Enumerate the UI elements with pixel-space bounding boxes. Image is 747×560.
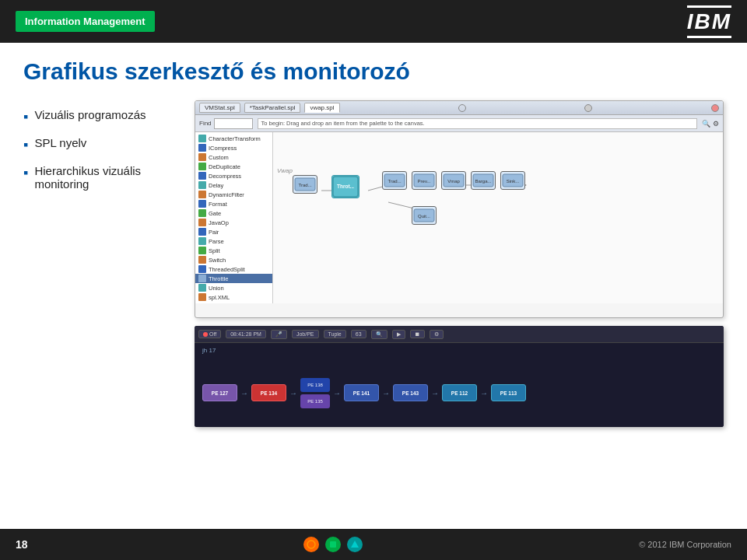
monitor-node-2[interactable]: PE 134 [251, 384, 286, 401]
footer-copyright: © 2012 IBM Corporation [639, 540, 731, 549]
monitor-off-label: Off [209, 331, 216, 337]
ide-body: CharacterTransform ICompress Custom [195, 132, 723, 303]
flow-node-vmap[interactable]: Vmap [441, 171, 466, 190]
monitor-jobpe-btn[interactable]: Job/PE [292, 330, 319, 338]
ide-tab-3[interactable]: vwap.spl [304, 103, 339, 113]
palette-item-format[interactable]: Format [195, 199, 272, 208]
monitor-node-5-label: PE 143 [402, 390, 419, 396]
ide-canvas[interactable]: Vwap Trad... Throt... [273, 132, 723, 303]
right-panel: VMStat.spl *TaskParallel.spl vwap.spl Fi… [195, 100, 724, 435]
node-box-trad1: Trad... [293, 175, 317, 194]
monitor-node-4[interactable]: PE 141 [344, 384, 379, 401]
bullet-item-2: ▪ SPL nyelv [23, 136, 179, 153]
canvas-svg [273, 132, 723, 303]
flow-node-prev[interactable]: Prev... [412, 171, 437, 190]
palette-label-javaop: JavaOp [209, 219, 229, 226]
bullet-item-3: ▪ Hierarchikus vizuális monitoring [23, 164, 179, 191]
bullet-item-1: ▪ Vizuális programozás [23, 108, 179, 125]
ide-tab-2[interactable]: *TaskParallel.spl [244, 103, 301, 113]
palette-icon-parse [198, 237, 206, 245]
palette-item-chartrans[interactable]: CharacterTransform [195, 134, 272, 143]
palette-icon-chartrans [198, 135, 206, 142]
monitor-node-extra[interactable]: PE 135 [300, 394, 330, 408]
svg-text:Vmap: Vmap [447, 179, 460, 184]
monitor-zoom-in-btn[interactable]: 🔍 [371, 330, 388, 339]
monitor-time-label: 08:41:28 PM [230, 331, 261, 337]
find-input[interactable] [214, 118, 253, 129]
ide-filter-icon[interactable]: ⚙ [713, 120, 719, 128]
palette-item-switch[interactable]: Switch [195, 255, 272, 264]
left-panel: ▪ Vizuális programozás ▪ SPL nyelv ▪ Hie… [23, 100, 179, 435]
palette-item-threadedsplit[interactable]: ThreadedSplit [195, 264, 272, 274]
monitor-arrow-4: → [382, 389, 390, 397]
monitor-node-3[interactable]: PE 138 [300, 378, 330, 392]
palette-item-splxml[interactable]: spl.XML [195, 292, 272, 302]
monitor-node-5[interactable]: PE 143 [393, 384, 428, 401]
ide-search-icon[interactable]: 🔍 [702, 120, 710, 128]
flow-node-trad2[interactable]: Trad... [382, 171, 407, 190]
monitor-settings-btn[interactable]: ⚙ [430, 330, 444, 339]
monitor-node-6[interactable]: PE 112 [442, 384, 477, 401]
palette-item-parse[interactable]: Parse [195, 236, 272, 246]
flow-node-throt[interactable]: Throt... [331, 175, 359, 198]
monitor-status-dot [203, 332, 208, 337]
palette-item-icompress[interactable]: ICompress [195, 143, 272, 152]
flow-node-barga[interactable]: Barga... [471, 171, 496, 190]
footer-icons [303, 537, 363, 552]
palette-item-split[interactable]: Split [195, 246, 272, 255]
svg-text:Trad...: Trad... [298, 183, 311, 187]
ide-maximize-btn[interactable] [584, 104, 592, 112]
palette-icon-pair [198, 228, 206, 236]
palette-item-custom[interactable]: Custom [195, 152, 272, 162]
palette-item-decompress[interactable]: Decompress [195, 171, 272, 180]
zoom-in-icon: 🔍 [376, 331, 383, 338]
palette-item-gate[interactable]: Gate [195, 208, 272, 218]
palette-item-javaop[interactable]: JavaOp [195, 218, 272, 227]
monitor-arrow-6: → [480, 389, 488, 397]
monitor-node-1[interactable]: PE 127 [202, 384, 237, 401]
palette-icon-union [198, 284, 206, 292]
palette-icon-delay [198, 181, 206, 189]
canvas-hint-bar: To begin: Drag and drop an item from the… [258, 118, 697, 129]
svg-text:Trad...: Trad... [388, 179, 401, 184]
palette-label-format: Format [209, 201, 227, 208]
flow-node-sink[interactable]: Sink... [500, 171, 525, 190]
monitor-node-7[interactable]: PE 113 [491, 384, 526, 401]
ibm-logo: IBM [687, 5, 731, 38]
palette-item-dynfilter[interactable]: DynamicFilter [195, 190, 272, 199]
flow-node-trad1[interactable]: Trad... [293, 175, 317, 194]
node-box-trad2: Trad... [382, 171, 407, 190]
palette-item-delay[interactable]: Delay [195, 180, 272, 190]
monitor-num-btn[interactable]: 63 [351, 330, 366, 338]
monitor-node-extra-label: PE 135 [307, 399, 323, 404]
monitor-arrow-3: → [333, 389, 341, 397]
canvas-hint-text: To begin: Drag and drop an item from the… [261, 120, 425, 127]
ide-minimize-btn[interactable] [458, 104, 466, 112]
palette-item-throttle[interactable]: Throttle [195, 274, 272, 283]
palette-item-union[interactable]: Union [195, 283, 272, 292]
palette-item-dedup[interactable]: DeDuplicate [195, 162, 272, 171]
monitor-play-btn[interactable]: ▶ [392, 330, 405, 339]
palette-label-decompress: Decompress [209, 173, 241, 180]
palette-label-throttle: Throttle [209, 275, 228, 282]
monitor-stop-btn[interactable]: ⏹ [410, 330, 425, 338]
monitor-power-btn[interactable]: Off [198, 330, 221, 338]
ide-tab-1[interactable]: VMStat.spl [199, 103, 240, 113]
monitor-flow: PE 127 → PE 134 → PE 138 PE 135 [202, 378, 716, 408]
palette-item-pair[interactable]: Pair [195, 227, 272, 236]
palette-label-dynfilter: DynamicFilter [209, 191, 244, 198]
palette-label-split: Split [209, 247, 220, 254]
monitor-time-btn[interactable]: 08:41:28 PM [226, 330, 266, 338]
node-box-sink: Sink... [500, 171, 525, 190]
node-box-barga: Barga... [471, 171, 496, 190]
find-label: Find [199, 120, 212, 127]
monitor-tuple-btn[interactable]: Tuple [324, 330, 346, 338]
bullet-icon-1: ▪ [23, 109, 28, 125]
flow-node-quit[interactable]: Quit... [412, 206, 437, 225]
monitor-mic-btn[interactable]: 🎤 [271, 330, 287, 339]
palette-icon-javaop [198, 219, 206, 226]
ide-close-btn[interactable] [711, 104, 719, 112]
palette-icon-decompress [198, 172, 206, 180]
monitoring-panel: Off 08:41:28 PM 🎤 Job/PE Tuple [195, 326, 724, 427]
palette-label-parse: Parse [209, 238, 224, 245]
